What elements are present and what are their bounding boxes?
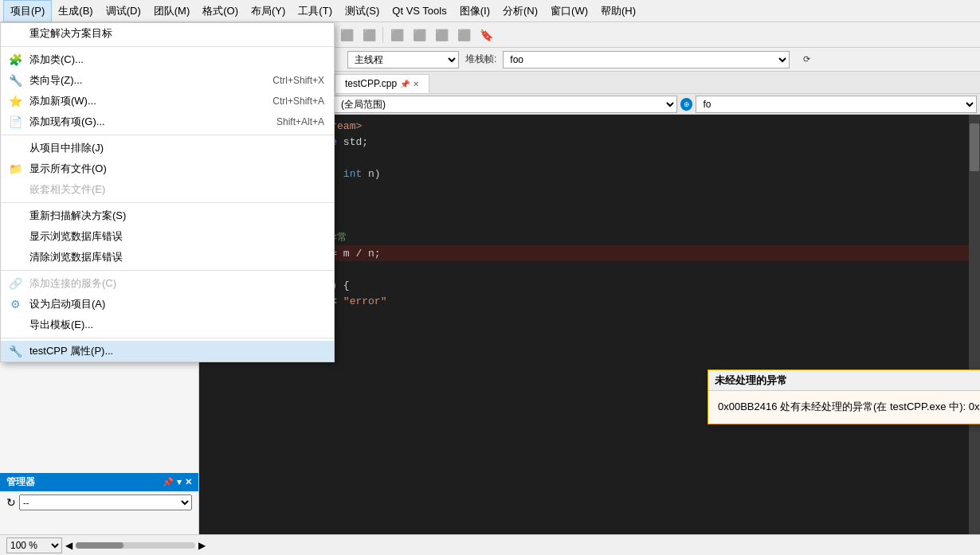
- class-wizard-label: 类向导(Z)...: [29, 73, 82, 88]
- sep5: [382, 27, 383, 43]
- exception-message: 0x00BB2416 处有未经处理的异常(在 testCPP.exe 中): 0…: [718, 401, 980, 412]
- manager-controls: 📌 ▾ ✕: [163, 477, 192, 487]
- scrollbar-thumb[interactable]: [970, 123, 979, 171]
- rescan-label: 重新扫描解决方案(S): [29, 209, 126, 223]
- manager-pin[interactable]: 📌: [163, 477, 174, 487]
- func-select[interactable]: fo: [696, 96, 977, 113]
- manager-close[interactable]: ✕: [185, 477, 192, 487]
- scroll-increment[interactable]: ▶: [198, 540, 206, 551]
- menu-item-nested-files: 嵌套相关文件(E): [1, 179, 334, 200]
- show-files-label: 显示所有文件(O): [29, 162, 107, 176]
- exclude-label: 从项目中排除(J): [29, 141, 104, 155]
- add-class-icon: 🧩: [7, 53, 23, 66]
- tab-filename: testCPP.cpp: [345, 78, 397, 89]
- menu-test[interactable]: 测试(S): [339, 1, 386, 21]
- add-class-label: 添加类(C)...: [29, 53, 84, 67]
- menu-sep4: [1, 270, 334, 271]
- manager-expand[interactable]: ▾: [177, 477, 182, 487]
- scroll-decrement[interactable]: ◀: [65, 540, 73, 551]
- project-dropdown-menu: 重定解决方案目标 🧩 添加类(C)... 🔧 类向导(Z)... Ctrl+Sh…: [0, 22, 335, 362]
- vertical-scrollbar[interactable]: [969, 115, 980, 555]
- menu-item-add-new-item[interactable]: ⭐ 添加新项(W)... Ctrl+Shift+A: [1, 91, 334, 111]
- menu-item-add-service: 🔗 添加连接的服务(C): [1, 273, 334, 294]
- menu-item-clear-db-errors[interactable]: 清除浏览数据库错误: [1, 247, 334, 268]
- manager-title: 管理器: [6, 475, 35, 489]
- manager-toolbar: ↻ --: [0, 491, 198, 514]
- menu-item-set-startup[interactable]: ⚙ 设为启动项目(A): [1, 294, 334, 315]
- export-template-label: 导出模板(E)...: [29, 318, 93, 332]
- add-new-item-shortcut: Ctrl+Shift+A: [272, 96, 324, 107]
- properties-icon: 🔧: [7, 345, 23, 358]
- menu-item-add-existing-item[interactable]: 📄 添加现有项(G)... Shift+Alt+A: [1, 111, 334, 132]
- tab-close-icon[interactable]: ✕: [413, 80, 419, 88]
- menu-team[interactable]: 团队(M): [147, 1, 197, 21]
- toolbar-extra4[interactable]: ⬛: [359, 25, 379, 45]
- menu-analyze[interactable]: 分析(N): [496, 1, 544, 21]
- stack-refresh[interactable]: ⟳: [796, 49, 817, 70]
- manager-select[interactable]: --: [19, 494, 192, 510]
- menu-debug[interactable]: 调试(D): [100, 1, 147, 21]
- add-new-item-label: 添加新项(W)...: [29, 94, 96, 108]
- bookmark-button[interactable]: 🔖: [476, 25, 496, 45]
- nested-files-label: 嵌套相关文件(E): [29, 182, 105, 197]
- set-startup-icon: ⚙: [7, 298, 23, 311]
- exception-title: 未经处理的异常: [715, 373, 980, 388]
- toolbar-extra8[interactable]: ⬛: [453, 25, 474, 45]
- menu-qt[interactable]: Qt VS Tools: [386, 2, 453, 20]
- exception-popup: 未经处理的异常 📌 ✕ 0x00BB2416 处有未经处理的异常(在 testC…: [708, 369, 980, 424]
- add-existing-label: 添加现有项(G)...: [29, 115, 105, 129]
- menu-sep: [1, 46, 334, 47]
- set-startup-label: 设为启动项目(A): [29, 297, 105, 311]
- tab-testcpp[interactable]: testCPP.cpp 📌 ✕: [335, 74, 429, 93]
- class-wizard-shortcut: Ctrl+Shift+X: [272, 75, 324, 86]
- toolbar-extra3[interactable]: ⬛: [336, 25, 357, 45]
- menu-item-show-db-errors[interactable]: 显示浏览数据库错误: [1, 226, 334, 247]
- menu-item-class-wizard[interactable]: 🔧 类向导(Z)... Ctrl+Shift+X: [1, 70, 334, 91]
- menu-item-reset-target[interactable]: 重定解决方案目标: [1, 23, 334, 44]
- reset-target-label: 重定解决方案目标: [29, 26, 112, 41]
- toolbar-extra5[interactable]: ⬛: [386, 25, 407, 45]
- menu-help[interactable]: 帮助(H): [594, 1, 642, 21]
- properties-label: testCPP 属性(P)...: [29, 344, 113, 358]
- menu-item-show-files[interactable]: 📁 显示所有文件(O): [1, 158, 334, 179]
- menu-format[interactable]: 格式(O): [196, 1, 245, 21]
- add-service-icon: 🔗: [7, 277, 23, 290]
- add-existing-shortcut: Shift+Alt+A: [276, 116, 324, 127]
- menu-tools[interactable]: 工具(T): [292, 1, 339, 21]
- menu-item-exclude[interactable]: 从项目中排除(J): [1, 138, 334, 158]
- menu-sep2: [1, 135, 334, 135]
- toolbar-extra7[interactable]: ⬛: [431, 25, 452, 45]
- zoom-area: 100 % ◀ ▶: [6, 537, 206, 553]
- tab-pin-icon[interactable]: 📌: [400, 80, 410, 88]
- thread-select[interactable]: 主线程: [347, 51, 459, 68]
- menu-layout[interactable]: 布局(Y): [245, 1, 292, 21]
- stack-select[interactable]: foo: [503, 51, 790, 68]
- menu-window[interactable]: 窗口(W): [544, 1, 594, 21]
- exception-titlebar: 未经处理的异常 📌 ✕: [708, 370, 980, 391]
- exception-body: 0x00BB2416 处有未经处理的异常(在 testCPP.exe 中): 0…: [708, 391, 980, 424]
- menu-item-add-class[interactable]: 🧩 添加类(C)...: [1, 49, 334, 70]
- menu-project[interactable]: 项目(P): [3, 0, 52, 22]
- menu-sep3: [1, 202, 334, 203]
- stack-label: 堆栈帧:: [465, 53, 496, 66]
- scope-icon: ⊕: [680, 98, 693, 111]
- class-wizard-icon: 🔧: [7, 74, 23, 87]
- toolbar-extra6[interactable]: ⬛: [409, 25, 429, 45]
- menubar: 项目(P) 生成(B) 调试(D) 团队(M) 格式(O) 布局(Y) 工具(T…: [0, 0, 980, 22]
- scope-select[interactable]: (全局范围): [334, 96, 677, 113]
- horizontal-scrollbar[interactable]: [76, 542, 195, 549]
- menu-build[interactable]: 生成(B): [52, 1, 99, 21]
- clear-db-errors-label: 清除浏览数据库错误: [29, 250, 123, 264]
- zoom-select[interactable]: 100 %: [6, 537, 62, 553]
- add-service-label: 添加连接的服务(C): [29, 276, 116, 291]
- manager-refresh[interactable]: ↻: [6, 496, 16, 509]
- menu-image[interactable]: 图像(I): [453, 1, 496, 21]
- menu-item-properties[interactable]: 🔧 testCPP 属性(P)...: [1, 341, 334, 362]
- menu-item-rescan[interactable]: 重新扫描解决方案(S): [1, 205, 334, 226]
- show-db-errors-label: 显示浏览数据库错误: [29, 229, 123, 244]
- h-scrollbar-thumb[interactable]: [76, 542, 123, 549]
- menu-item-export-template[interactable]: 导出模板(E)...: [1, 315, 334, 335]
- manager-titlebar: 管理器 📌 ▾ ✕: [0, 473, 198, 491]
- add-existing-icon: 📄: [7, 115, 23, 128]
- menu-sep5: [1, 338, 334, 338]
